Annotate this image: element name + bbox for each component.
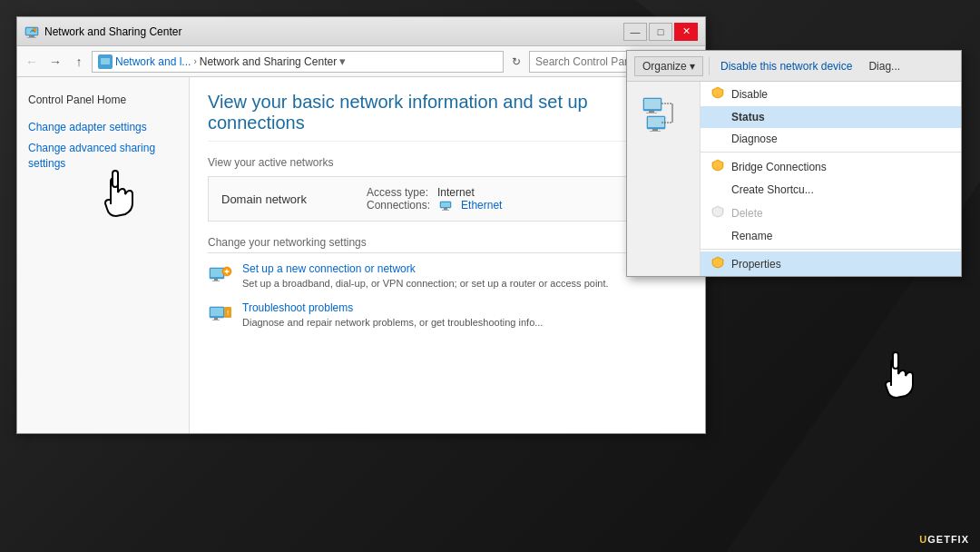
breadcrumb-separator: › (193, 56, 196, 66)
svg-rect-15 (214, 279, 218, 281)
svg-rect-8 (101, 58, 110, 64)
new-connection-title[interactable]: Set up a new connection or network (242, 262, 609, 275)
menu-item-create-shortcut-label: Create Shortcu... (731, 183, 814, 196)
new-connection-desc: Set up a broadband, dial-up, or VPN conn… (242, 277, 609, 291)
title-bar: Network and Sharing Center — □ ✕ (17, 17, 705, 46)
shield-icon-delete (711, 205, 724, 221)
menu-separator-2 (701, 249, 961, 250)
svg-rect-4 (29, 35, 34, 37)
breadcrumb-link[interactable]: Network and l... (115, 55, 191, 68)
window-icon (24, 25, 39, 39)
connections-value[interactable]: Ethernet (461, 199, 502, 212)
shield-icon-disable (711, 86, 724, 102)
watermark-u: U (919, 534, 927, 545)
close-button[interactable]: ✕ (674, 23, 698, 41)
context-toolbar: Organize ▾ Disable this network device D… (627, 51, 961, 82)
new-connection-icon (208, 262, 233, 288)
new-connection-text: Set up a new connection or network Set u… (242, 262, 609, 291)
sidebar-item-adapter-settings[interactable]: Change adapter settings (17, 117, 189, 137)
context-content: Disable Status Diagnose (627, 82, 961, 276)
menu-item-status-label: Status (731, 111, 765, 123)
menu-item-bridge-connections[interactable]: Bridge Connections (701, 154, 961, 179)
connections-row: Connections: Ethernet (367, 199, 502, 212)
shield-icon-bridge (711, 159, 724, 174)
forward-button[interactable]: → (44, 51, 66, 73)
menu-item-status[interactable]: Status (701, 106, 961, 128)
svg-rect-27 (644, 99, 661, 109)
context-menu-area: Organize ▾ Disable this network device D… (626, 50, 962, 277)
address-bar: ← → ↑ Network and l... › Network and Sha… (17, 46, 705, 77)
menu-item-disable[interactable]: Disable (701, 82, 961, 106)
breadcrumb-dropdown-button[interactable]: ▾ (339, 51, 354, 73)
window-title: Network and Sharing Center (44, 25, 623, 38)
network-box: Domain network Access type: Internet Con… (208, 176, 687, 222)
connection-icon (439, 199, 452, 212)
menu-item-bridge-label: Bridge Connections (731, 161, 827, 173)
refresh-button[interactable]: ↻ (505, 51, 527, 73)
setting-item-troubleshoot: ! Troubleshoot problems Diagnose and rep… (208, 301, 687, 330)
page-title: View your basic network information and … (208, 92, 687, 142)
connections-label: Connections: (367, 199, 430, 212)
access-type-value: Internet (437, 186, 475, 199)
troubleshoot-icon: ! (208, 301, 233, 327)
menu-item-rename[interactable]: Rename (701, 225, 961, 247)
disable-network-device-button[interactable]: Disable this network device (715, 57, 858, 75)
svg-text:!: ! (227, 309, 229, 317)
active-networks-label: View your active networks (208, 156, 687, 169)
sidebar-item-home[interactable]: Control Panel Home (17, 90, 189, 110)
watermark-suffix: GETFIX (927, 534, 969, 545)
svg-rect-29 (646, 113, 657, 113)
troubleshoot-title[interactable]: Troubleshoot problems (242, 301, 543, 314)
shield-icon-properties (711, 256, 724, 271)
context-icon-area (627, 82, 700, 276)
sidebar-item-advanced-sharing[interactable]: Change advanced sharing settings (17, 137, 189, 175)
main-window: Network and Sharing Center — □ ✕ ← → ↑ N… (16, 16, 706, 434)
svg-rect-11 (444, 208, 447, 210)
back-button[interactable]: ← (21, 51, 43, 73)
svg-rect-22 (214, 318, 218, 320)
menu-item-delete: Delete (701, 201, 961, 225)
menu-item-rename-label: Rename (731, 230, 772, 242)
svg-rect-28 (649, 111, 654, 113)
change-settings-label: Change your networking settings (208, 236, 687, 253)
svg-rect-16 (212, 281, 220, 281)
troubleshoot-desc: Diagnose and repair network problems, or… (242, 316, 543, 330)
breadcrumb-icon (98, 54, 113, 69)
menu-item-diagnose[interactable]: Diagnose (701, 128, 961, 150)
svg-rect-33 (650, 131, 661, 132)
troubleshoot-text: Troubleshoot problems Diagnose and repai… (242, 301, 543, 330)
menu-item-diagnose-label: Diagnose (731, 133, 778, 145)
menu-item-disable-label: Disable (731, 88, 768, 101)
menu-item-delete-label: Delete (731, 207, 763, 220)
access-type-row: Access type: Internet (367, 186, 502, 199)
breadcrumb-current: Network and Sharing Center (200, 55, 337, 68)
breadcrumb: Network and l... › Network and Sharing C… (92, 51, 504, 73)
network-adapter-icon (642, 96, 685, 136)
svg-rect-23 (212, 320, 220, 320)
toolbar-separator (709, 57, 710, 75)
svg-rect-21 (211, 308, 223, 316)
svg-rect-32 (652, 129, 658, 131)
menu-item-properties[interactable]: Properties (701, 251, 961, 276)
svg-rect-5 (27, 37, 36, 38)
svg-rect-14 (211, 269, 223, 277)
content-area: Control Panel Home Change adapter settin… (17, 77, 705, 433)
network-info: Access type: Internet Connections: (367, 186, 502, 212)
svg-rect-12 (442, 210, 449, 211)
organize-button[interactable]: Organize ▾ (634, 56, 703, 76)
sidebar: Control Panel Home Change adapter settin… (17, 77, 190, 433)
access-type-label: Access type: (367, 186, 428, 199)
svg-rect-10 (441, 202, 450, 207)
diagnose-button[interactable]: Diag... (863, 57, 906, 75)
up-button[interactable]: ↑ (68, 51, 90, 73)
network-name: Domain network (221, 192, 348, 206)
window-controls: — □ ✕ (623, 23, 698, 41)
menu-separator-1 (701, 152, 961, 153)
menu-item-create-shortcut[interactable]: Create Shortcu... (701, 179, 961, 201)
context-menu: Disable Status Diagnose (700, 82, 961, 276)
menu-item-properties-label: Properties (731, 258, 781, 271)
watermark: UGETFIX (919, 534, 969, 545)
maximize-button[interactable]: □ (649, 23, 672, 41)
setting-item-new-connection: Set up a new connection or network Set u… (208, 262, 687, 291)
minimize-button[interactable]: — (623, 23, 647, 41)
